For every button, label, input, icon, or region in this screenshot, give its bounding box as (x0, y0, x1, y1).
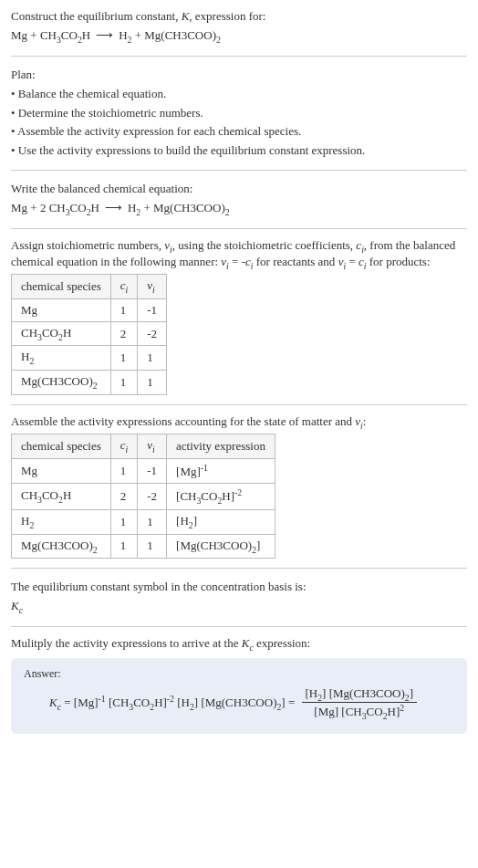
col-ci: ci (110, 434, 138, 459)
col-vi: νi (138, 275, 167, 299)
cell-vi: 1 (138, 370, 167, 394)
plan-item: • Assemble the activity expression for e… (11, 122, 467, 141)
cell-species: Mg (12, 298, 111, 321)
balanced-heading: Write the balanced chemical equation: (11, 180, 467, 199)
plan-item: • Balance the chemical equation. (11, 85, 467, 104)
intro-equation: Mg + CH3CO2H⟶H2 + Mg(CH3COO)2 (11, 26, 467, 47)
col-activity: activity expression (167, 434, 275, 459)
cell-vi: -1 (138, 298, 167, 321)
divider (11, 568, 467, 569)
plan-block: Plan: • Balance the chemical equation. •… (11, 66, 467, 161)
answer-denominator: [Mg] [CH3CO2H]2 (302, 702, 417, 721)
cell-ci: 1 (110, 370, 138, 394)
cell-ci: 2 (110, 321, 138, 346)
stoich-table: chemical species ci νi Mg 1 -1 CH3CO2H 2… (11, 274, 167, 394)
table-row: CH3CO2H 2 -2 (12, 321, 167, 346)
cell-species: Mg(CH3COO)2 (12, 370, 111, 394)
cell-vi: -2 (138, 321, 167, 346)
cell-species: H2 (12, 346, 111, 371)
answer-equation: Kc = [Mg]-1 [CH3CO2H]-2 [H2] [Mg(CH3COO)… (49, 686, 454, 722)
activity-block: Assemble the activity expressions accoun… (11, 414, 467, 559)
divider (11, 404, 467, 405)
table-row: H2 1 1 (12, 346, 167, 371)
symbol-block: The equilibrium constant symbol in the c… (11, 578, 467, 617)
answer-box: Answer: Kc = [Mg]-1 [CH3CO2H]-2 [H2] [Mg… (11, 658, 467, 735)
col-species: chemical species (12, 275, 111, 299)
col-vi: νi (138, 434, 167, 459)
cell-species: H2 (12, 509, 111, 534)
cell-species: CH3CO2H (12, 321, 111, 346)
col-species: chemical species (12, 434, 111, 459)
table-row: H2 1 1 [H2] (12, 509, 275, 534)
cell-ci: 1 (110, 534, 138, 559)
plan-heading: Plan: (11, 66, 467, 85)
cell-species: Mg(CH3COO)2 (12, 534, 111, 559)
divider (11, 170, 467, 171)
cell-vi: -2 (138, 484, 167, 510)
divider (11, 626, 467, 627)
divider (11, 228, 467, 229)
cell-vi: -1 (138, 458, 167, 483)
cell-ci: 1 (110, 509, 138, 534)
multiply-block: Mulitply the activity expressions to arr… (11, 636, 467, 653)
divider (11, 56, 467, 57)
col-ci: ci (110, 275, 138, 299)
cell-species: Mg (12, 458, 111, 483)
table-row: CH3CO2H 2 -2 [CH3CO2H]-2 (12, 484, 275, 510)
intro-line: Construct the equilibrium constant, K, e… (11, 7, 467, 26)
symbol-line: The equilibrium constant symbol in the c… (11, 578, 467, 597)
cell-ci: 1 (110, 298, 138, 321)
balanced-equation: Mg + 2 CH3CO2H⟶H2 + Mg(CH3COO)2 (11, 199, 467, 219)
cell-vi: 1 (138, 509, 167, 534)
cell-ci: 2 (110, 484, 138, 510)
balanced-block: Write the balanced chemical equation: Mg… (11, 180, 467, 219)
cell-activity: [Mg]-1 (167, 458, 275, 483)
cell-activity: [Mg(CH3COO)2] (167, 534, 275, 559)
activity-intro: Assemble the activity expressions accoun… (11, 414, 467, 431)
answer-numerator: [H2] [Mg(CH3COO)2] (302, 686, 417, 703)
cell-species: CH3CO2H (12, 484, 111, 510)
stoich-intro: Assign stoichiometric numbers, νi, using… (11, 238, 467, 270)
table-row: Mg(CH3COO)2 1 1 (12, 370, 167, 394)
plan-item-text: Determine the stoichiometric numbers. (18, 106, 203, 120)
plan-item-text: Balance the chemical equation. (18, 87, 166, 100)
cell-activity: [H2] (167, 509, 275, 534)
plan-item-text: Assemble the activity expression for eac… (17, 124, 301, 138)
cell-ci: 1 (110, 458, 138, 483)
plan-item-text: Use the activity expressions to build th… (18, 143, 366, 157)
table-header-row: chemical species ci νi (12, 275, 167, 299)
intro-block: Construct the equilibrium constant, K, e… (11, 7, 467, 47)
cell-vi: 1 (138, 346, 167, 371)
table-row: Mg 1 -1 [Mg]-1 (12, 458, 275, 483)
plan-item: • Determine the stoichiometric numbers. (11, 104, 467, 123)
table-row: Mg 1 -1 (12, 298, 167, 321)
multiply-text: Mulitply the activity expressions to arr… (11, 636, 310, 650)
symbol-value: Kc (11, 597, 467, 617)
plan-item: • Use the activity expressions to build … (11, 141, 467, 161)
answer-label: Answer: (24, 667, 454, 681)
cell-vi: 1 (138, 534, 167, 559)
cell-activity: [CH3CO2H]-2 (167, 484, 275, 510)
table-header-row: chemical species ci νi activity expressi… (12, 434, 275, 459)
stoich-block: Assign stoichiometric numbers, νi, using… (11, 238, 467, 395)
activity-table: chemical species ci νi activity expressi… (11, 434, 275, 559)
table-row: Mg(CH3COO)2 1 1 [Mg(CH3COO)2] (12, 534, 275, 559)
cell-ci: 1 (110, 346, 138, 371)
